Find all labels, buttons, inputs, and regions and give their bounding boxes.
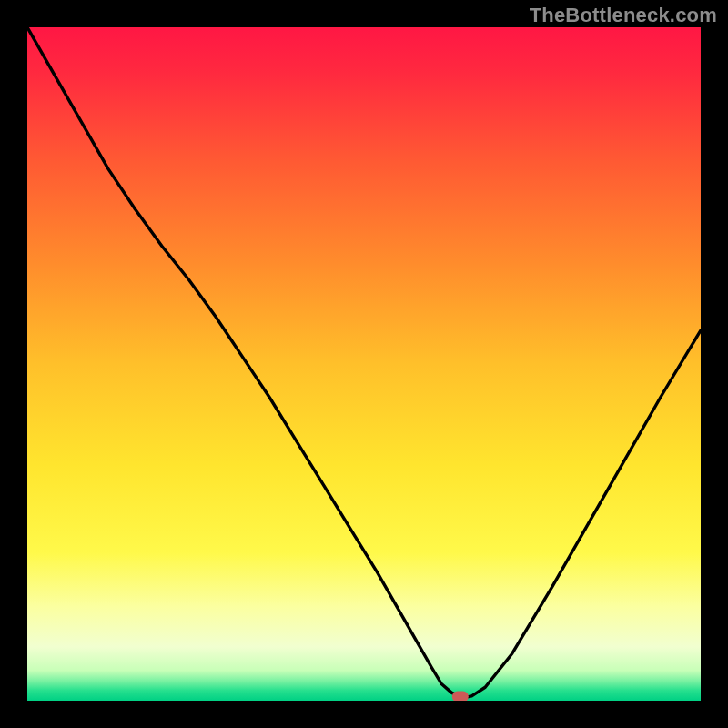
optimal-marker [452, 692, 469, 701]
watermark-text: TheBottleneck.com [530, 4, 717, 27]
bottleneck-chart [27, 27, 701, 701]
plot-area [27, 27, 701, 701]
gradient-background [27, 27, 701, 701]
chart-frame: TheBottleneck.com [0, 0, 728, 728]
